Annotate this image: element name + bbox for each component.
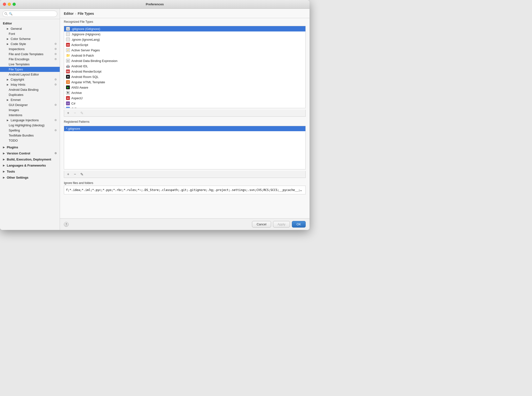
add-pattern-button[interactable]: + [66, 172, 71, 177]
maximize-button[interactable] [13, 3, 16, 6]
list-item[interactable]: ig .gitignore (GitIgnore) [64, 26, 305, 31]
settings-icon: ⚙ [54, 103, 57, 107]
file-type-label: C/C++ [71, 107, 81, 108]
apply-button[interactable]: Apply [273, 221, 290, 228]
cancel-button[interactable]: Cancel [252, 221, 271, 228]
file-type-label: Android 9-Patch [71, 54, 94, 57]
sidebar-item-log-highlighting[interactable]: Log Highlighting (Ideolog) [0, 123, 60, 128]
sidebar-item-textmate-bundles[interactable]: TextMate Bundles [0, 133, 60, 138]
search-input[interactable] [2, 11, 57, 17]
list-item[interactable]: C+ C/C++ [64, 106, 305, 108]
file-icon-asp: ⚡ [66, 48, 70, 52]
list-item[interactable]: ▶ ANSI Aware [64, 85, 305, 90]
window-title: Preferences [146, 2, 164, 6]
settings-icon: ⚙ [54, 129, 57, 132]
remove-pattern-button[interactable]: − [72, 172, 78, 177]
file-icon-as: AS [66, 43, 70, 47]
editor-section-header: Editor [0, 20, 60, 26]
settings-icon: ⚙ [54, 42, 57, 46]
help-button[interactable]: ? [64, 222, 69, 227]
list-item[interactable]: db Android Data Binding Expression [64, 58, 305, 63]
ignore-section: Ignore files and folders [60, 179, 310, 195]
list-item[interactable]: C# C# [64, 101, 305, 106]
sidebar-item-live-templates[interactable]: Live Templates [0, 62, 60, 67]
breadcrumb-separator: › [75, 12, 76, 15]
sidebar-item-color-scheme[interactable]: ▶Color Scheme [0, 36, 60, 41]
list-item[interactable]: RS Android RenderScript [64, 69, 305, 74]
file-icon-angularhtml: ◈ [66, 80, 70, 84]
patterns-list: *.gitignore [64, 126, 306, 169]
file-type-label: .hgignore (HgIgnore) [71, 32, 100, 36]
sidebar-item-todo[interactable]: TODO [0, 138, 60, 143]
file-icon-ansi: ▶ [66, 85, 70, 89]
file-type-label: Android RenderScript [71, 70, 101, 73]
list-item[interactable]: AS ActionScript [64, 42, 305, 47]
file-type-label: Angular HTML Template [71, 80, 105, 84]
minimize-button[interactable] [8, 3, 11, 6]
file-type-label: Android IDL [71, 64, 88, 68]
recognized-label: Recognized File Types [60, 18, 310, 24]
list-item[interactable]: 🗜 Archive [64, 90, 305, 95]
sidebar-item-code-style[interactable]: ▶Code Style ⚙ [0, 41, 60, 46]
registered-patterns-label: Registered Patterns [60, 118, 310, 124]
list-item[interactable]: .ignore (IgnoreLang) [64, 37, 305, 42]
file-icon-gitignore: ig [66, 27, 70, 31]
search-container[interactable] [0, 9, 60, 19]
sidebar-item-duplicates[interactable]: Duplicates [0, 92, 60, 97]
file-icon-sql: ▶ [66, 75, 70, 79]
ignore-field[interactable] [64, 186, 306, 194]
list-item[interactable]: AJ AspectJ [64, 95, 305, 101]
sidebar-item-font[interactable]: Font [0, 31, 60, 36]
pattern-item[interactable]: *.gitignore [64, 126, 305, 131]
file-icon-archive: 🗜 [66, 91, 70, 95]
sidebar-item-gui-designer[interactable]: GUI Designer ⚙ [0, 102, 60, 107]
sidebar-item-file-code-templates[interactable]: File and Code Templates ⚙ [0, 52, 60, 57]
list-item[interactable]: ⚡ Active Server Pages [64, 47, 305, 53]
breadcrumb-current: File Types [78, 12, 94, 15]
sidebar-item-intentions[interactable]: Intentions [0, 113, 60, 118]
sidebar-item-copyright[interactable]: ▶Copyright ⚙ [0, 77, 60, 82]
sidebar-item-inlay-hints[interactable]: ▶Inlay Hints ⚙ [0, 82, 60, 87]
breadcrumb-parent: Editor [64, 12, 74, 15]
sidebar-item-android-layout-editor[interactable]: Android Layout Editor [0, 72, 60, 77]
file-icon-cpp: C+ [66, 107, 70, 108]
list-item[interactable]: .hgignore (HgIgnore) [64, 31, 305, 37]
sidebar-item-emmet[interactable]: ▶Emmet [0, 97, 60, 102]
edit-pattern-button[interactable]: ✎ [79, 172, 84, 177]
edit-file-type-button[interactable]: ✎ [79, 110, 84, 116]
languages-section-header[interactable]: ▶Languages & Frameworks [0, 162, 60, 168]
remove-file-type-button[interactable]: − [72, 110, 78, 116]
version-control-section-header[interactable]: ▶Version Control ⚙ [0, 150, 60, 156]
other-settings-section-header[interactable]: ▶Other Settings [0, 174, 60, 180]
settings-icon: ⚙ [54, 83, 57, 86]
list-item[interactable]: 📁 Android 9-Patch [64, 53, 305, 58]
list-item[interactable]: 🤖 Android IDL [64, 63, 305, 69]
file-icon-aspectj: AJ [66, 96, 70, 100]
ok-button[interactable]: OK [292, 221, 306, 228]
close-button[interactable] [3, 3, 6, 6]
sidebar-item-general[interactable]: ▶General [0, 26, 60, 31]
sidebar-item-android-data-binding[interactable]: Android Data Binding [0, 87, 60, 92]
content-area: Editor › File Types Recognized File Type… [60, 9, 310, 230]
sidebar-content: Editor ▶General Font ▶Color Scheme ▶Code… [0, 19, 60, 230]
sidebar-item-inspections[interactable]: Inspections ⚙ [0, 46, 60, 52]
sidebar-item-file-encodings[interactable]: File Encodings ⚙ [0, 57, 60, 62]
window-controls[interactable] [3, 3, 16, 6]
list-item[interactable]: ◈ Angular HTML Template [64, 79, 305, 85]
list-item[interactable]: ▶ Android Room SQL [64, 74, 305, 79]
file-icon-android9patch: 📁 [66, 53, 70, 57]
file-type-label: AspectJ [71, 96, 82, 100]
plugins-section-header[interactable]: ▶Plugins [0, 144, 60, 150]
sidebar-item-images[interactable]: Images [0, 107, 60, 113]
add-file-type-button[interactable]: + [66, 110, 71, 116]
sidebar-item-language-injections[interactable]: ▶Language Injections ⚙ [0, 118, 60, 123]
sidebar-item-spelling[interactable]: Spelling ⚙ [0, 128, 60, 133]
build-section-header[interactable]: ▶Build, Execution, Deployment [0, 156, 60, 162]
tools-section-header[interactable]: ▶Tools [0, 168, 60, 174]
content-header: Editor › File Types [60, 9, 310, 18]
file-type-label: C# [71, 102, 75, 105]
settings-icon: ⚙ [54, 78, 57, 81]
sidebar-item-file-types[interactable]: File Types [0, 67, 60, 72]
file-type-label: Archive [71, 91, 82, 95]
file-type-label: Active Server Pages [71, 48, 100, 52]
